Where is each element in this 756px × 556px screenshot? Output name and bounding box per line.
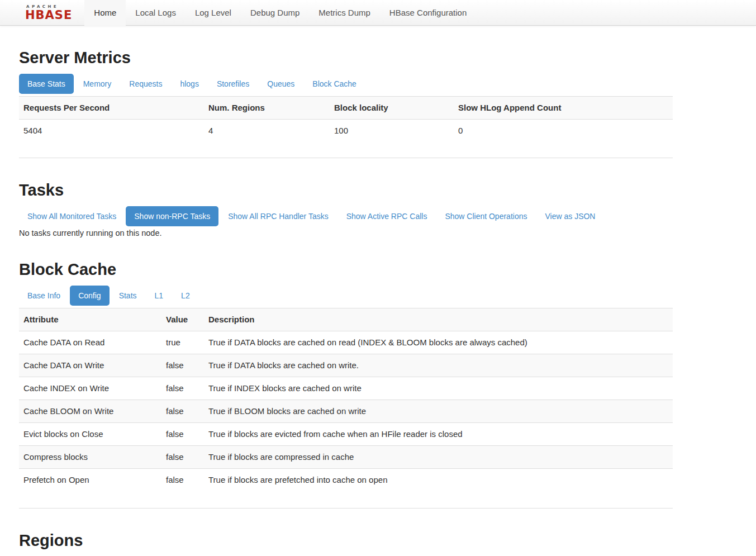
tab-queues[interactable]: Queues <box>259 74 303 94</box>
column-header-requests-per-second: Requests Per Second <box>19 96 204 119</box>
server-metrics-title: Server Metrics <box>19 49 673 67</box>
server-metrics-table: Requests Per SecondNum. RegionsBlock loc… <box>19 96 673 142</box>
nav-item-item: Home <box>84 0 126 25</box>
tab-l2[interactable]: L2 <box>173 286 198 306</box>
column-header-block-locality: Block locality <box>330 96 454 119</box>
cell: Evict blocks on Close <box>19 422 161 445</box>
cell: false <box>161 422 204 445</box>
block-cache-table-wrap: AttributeValueDescriptionCache DATA on R… <box>19 308 673 509</box>
table-row: Cache INDEX on WritefalseTrue if INDEX b… <box>19 377 673 400</box>
cell: false <box>161 377 204 400</box>
tab-item: Config <box>70 286 109 306</box>
tab-show-all-rpc-handler-tasks[interactable]: Show All RPC Handler Tasks <box>220 206 336 226</box>
table-row: Cache BLOOM on WritefalseTrue if BLOOM b… <box>19 400 673 422</box>
cell: true <box>161 331 204 354</box>
nav-item-local-logs[interactable]: Local Logs <box>126 0 186 26</box>
block-cache-title: Block Cache <box>19 261 673 279</box>
block-cache-tabs: Base InfoConfigStatsL1L2 <box>19 286 673 306</box>
top-navbar: APACHE HBASE HomeLocal LogsLog LevelDebu… <box>0 0 756 26</box>
tab-item: Show All RPC Handler Tasks <box>220 206 336 226</box>
cell: True if blocks are prefetched into cache… <box>204 468 673 491</box>
tasks-section: Tasks Show All Monitored TasksShow non-R… <box>19 182 673 237</box>
nav-item-item: HBase Configuration <box>380 0 476 25</box>
cell: 4 <box>204 119 330 142</box>
tab-item: Requests <box>121 74 170 94</box>
cell: Cache DATA on Write <box>19 354 161 377</box>
column-header-num-regions: Num. Regions <box>204 96 330 119</box>
tasks-empty-message: No tasks currently running on this node. <box>19 229 673 237</box>
cell: True if blocks are compressed in cache <box>204 445 673 468</box>
tab-requests[interactable]: Requests <box>121 74 170 94</box>
block-cache-section: Block Cache Base InfoConfigStatsL1L2 Att… <box>19 261 673 509</box>
nav-item-hbase-configuration[interactable]: HBase Configuration <box>380 0 476 26</box>
column-header-slow-hlog-append-count: Slow HLog Append Count <box>454 96 673 119</box>
tab-item: Storefiles <box>208 74 258 94</box>
server-metrics-section: Server Metrics Base StatsMemoryRequestsh… <box>19 49 673 158</box>
tab-item: hlogs <box>172 74 207 94</box>
cell: 100 <box>330 119 454 142</box>
cell: Cache INDEX on Write <box>19 377 161 400</box>
tab-item: L2 <box>173 286 198 306</box>
cell: false <box>161 445 204 468</box>
nav-item-debug-dump[interactable]: Debug Dump <box>241 0 309 26</box>
header-row: AttributeValueDescription <box>19 308 673 331</box>
table-row: Evict blocks on ClosefalseTrue if blocks… <box>19 422 673 445</box>
tab-item: View as JSON <box>536 206 603 226</box>
column-header-value: Value <box>161 308 204 331</box>
tab-item: Show non-RPC Tasks <box>126 206 218 226</box>
tab-base-info[interactable]: Base Info <box>19 286 69 306</box>
nav-item-metrics-dump[interactable]: Metrics Dump <box>309 0 380 26</box>
table-row: Cache DATA on WritefalseTrue if DATA blo… <box>19 354 673 377</box>
tasks-tabs: Show All Monitored TasksShow non-RPC Tas… <box>19 206 673 226</box>
nav-item-item: Log Level <box>186 0 241 25</box>
tab-item: Show Active RPC Calls <box>338 206 436 226</box>
tab-item: L1 <box>146 286 172 306</box>
nav-item-item: Local Logs <box>126 0 186 25</box>
tab-base-stats[interactable]: Base Stats <box>19 74 74 94</box>
column-header-attribute: Attribute <box>19 308 161 331</box>
server-metrics-tabs: Base StatsMemoryRequestshlogsStorefilesQ… <box>19 74 673 94</box>
tab-hlogs[interactable]: hlogs <box>172 74 207 94</box>
logo-hbase-text: HBASE <box>25 9 72 21</box>
cell: Cache BLOOM on Write <box>19 400 161 422</box>
cell: false <box>161 468 204 491</box>
hbase-logo[interactable]: APACHE HBASE <box>0 0 84 25</box>
nav-item-item: Debug Dump <box>241 0 309 25</box>
column-header-description: Description <box>204 308 673 331</box>
table-row: 540441000 <box>19 119 673 142</box>
block-cache-table: AttributeValueDescriptionCache DATA on R… <box>19 308 673 491</box>
cell: 0 <box>454 119 673 142</box>
tab-show-non-rpc-tasks[interactable]: Show non-RPC Tasks <box>126 206 218 226</box>
tab-item: Base Stats <box>19 74 74 94</box>
table-row: Compress blocksfalseTrue if blocks are c… <box>19 445 673 468</box>
tab-storefiles[interactable]: Storefiles <box>208 74 258 94</box>
cell: Cache DATA on Read <box>19 331 161 354</box>
tab-item: Block Cache <box>304 74 365 94</box>
tab-block-cache[interactable]: Block Cache <box>304 74 365 94</box>
tab-stats[interactable]: Stats <box>111 286 145 306</box>
tab-show-all-monitored-tasks[interactable]: Show All Monitored Tasks <box>19 206 125 226</box>
tab-view-as-json[interactable]: View as JSON <box>536 206 603 226</box>
nav-item-log-level[interactable]: Log Level <box>186 0 241 26</box>
cell: True if BLOOM blocks are cached on write <box>204 400 673 422</box>
main-content: Server Metrics Base StatsMemoryRequestsh… <box>19 49 673 556</box>
nav-item-home[interactable]: Home <box>84 0 126 26</box>
tab-item: Stats <box>111 286 145 306</box>
cell: Prefetch on Open <box>19 468 161 491</box>
tab-item: Show All Monitored Tasks <box>19 206 125 226</box>
nav-item-item: Metrics Dump <box>309 0 380 25</box>
cell: 5404 <box>19 119 204 142</box>
tab-memory[interactable]: Memory <box>75 74 120 94</box>
tab-item: Queues <box>259 74 303 94</box>
regions-title: Regions <box>19 532 673 550</box>
cell: false <box>161 400 204 422</box>
tab-config[interactable]: Config <box>70 286 109 306</box>
table-row: Prefetch on OpenfalseTrue if blocks are … <box>19 468 673 491</box>
cell: True if blocks are evicted from cache wh… <box>204 422 673 445</box>
tab-l1[interactable]: L1 <box>146 286 172 306</box>
tab-show-client-operations[interactable]: Show Client Operations <box>436 206 535 226</box>
tab-item: Base Info <box>19 286 69 306</box>
cell: True if DATA blocks are cached on read (… <box>204 331 673 354</box>
tab-show-active-rpc-calls[interactable]: Show Active RPC Calls <box>338 206 436 226</box>
regions-section: Regions Base Info <box>19 532 673 556</box>
